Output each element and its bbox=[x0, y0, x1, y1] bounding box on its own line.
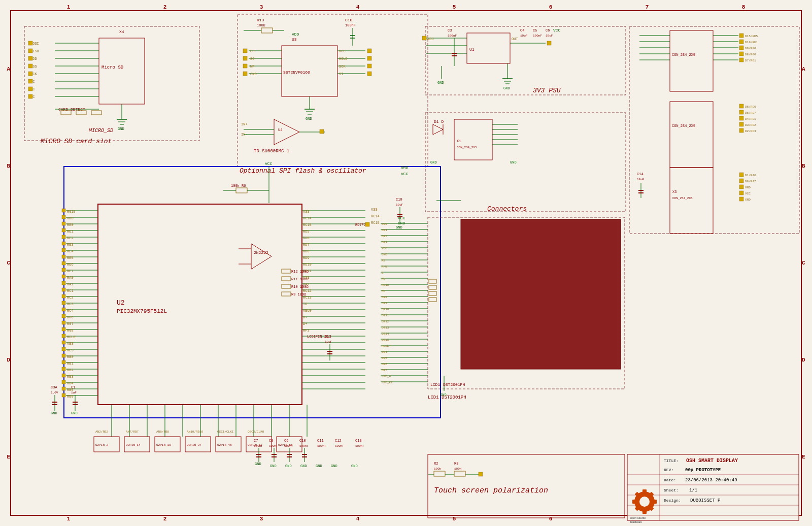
col-8-bot: 8 bbox=[695, 516, 792, 522]
col-5: 5 bbox=[406, 4, 502, 10]
row-markers-right: A B C D E bbox=[802, 20, 812, 506]
col-7-bot: 7 bbox=[599, 516, 695, 522]
col-8: 8 bbox=[695, 4, 792, 10]
row-d: D bbox=[7, 312, 10, 409]
row-e: E bbox=[7, 409, 10, 506]
schematic-container: 1 2 3 4 5 6 7 8 1 2 3 4 5 6 7 8 A B C D … bbox=[0, 0, 812, 526]
col-1: 1 bbox=[20, 4, 117, 10]
col-4-bot: 4 bbox=[310, 516, 406, 522]
row-c-r: C bbox=[802, 214, 805, 311]
col-3-bot: 3 bbox=[213, 516, 310, 522]
col-1-bot: 1 bbox=[20, 516, 117, 522]
row-a-r: A bbox=[802, 20, 805, 117]
col-6: 6 bbox=[502, 4, 599, 10]
row-e-r: E bbox=[802, 409, 805, 506]
row-b: B bbox=[7, 117, 10, 214]
row-d-r: D bbox=[802, 312, 805, 409]
row-a: A bbox=[7, 20, 10, 117]
col-markers-bottom: 1 2 3 4 5 6 7 8 bbox=[20, 516, 792, 526]
col-markers-top: 1 2 3 4 5 6 7 8 bbox=[20, 0, 792, 10]
col-2: 2 bbox=[117, 4, 213, 10]
row-markers-left: A B C D E bbox=[0, 20, 10, 506]
col-6-bot: 6 bbox=[502, 516, 599, 522]
col-2-bot: 2 bbox=[117, 516, 213, 522]
col-4: 4 bbox=[310, 4, 406, 10]
col-3: 3 bbox=[213, 4, 310, 10]
grid-border bbox=[10, 10, 802, 516]
col-5-bot: 5 bbox=[406, 516, 502, 522]
col-7: 7 bbox=[599, 4, 695, 10]
row-b-r: B bbox=[802, 117, 805, 214]
row-c: C bbox=[7, 214, 10, 311]
